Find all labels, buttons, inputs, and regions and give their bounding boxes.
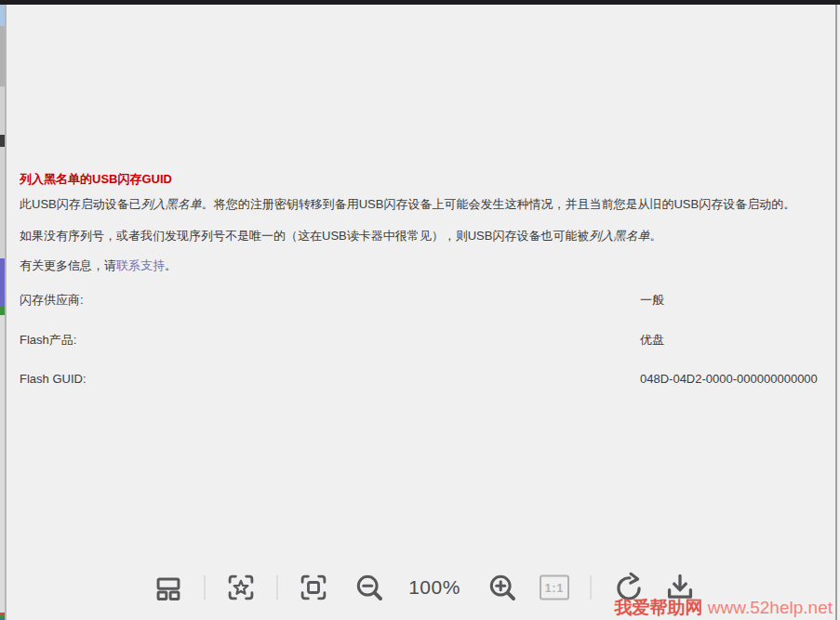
field-value-flash-product: 优盘 xyxy=(640,332,664,349)
watermark: 我爱帮助网 www.52help.net xyxy=(615,596,833,620)
top-window-edge xyxy=(0,0,840,5)
p2-pre: 如果没有序列号，或者我们发现序列号不是唯一的（这在USB读卡器中很常见），则US… xyxy=(20,229,589,243)
watermark-url: www.52help.net xyxy=(708,598,833,617)
p3-pre: 有关更多信息，请 xyxy=(20,258,116,272)
p1-post: 。将您的注册密钥转移到备用USB闪存设备上可能会发生这种情况，并且当前您是从旧的… xyxy=(202,197,795,211)
field-value-flash-vendor: 一般 xyxy=(640,292,664,309)
p1-blacklisted-em: 列入黑名单 xyxy=(141,197,202,211)
fit-screen-icon[interactable] xyxy=(298,572,329,603)
toolbar-divider xyxy=(277,575,278,600)
screen: 列入黑名单的USB闪存GUID 此USB闪存启动设备已列入黑名单。将您的注册密钥… xyxy=(0,0,840,620)
p2-post: 。 xyxy=(649,229,661,243)
watermark-url-text: www.52help.net xyxy=(708,598,833,617)
toolbar-divider xyxy=(205,575,206,600)
field-value-flash-guid: 048D-04D2-0000-000000000000 xyxy=(640,372,818,386)
zoom-level-indicator: 100% xyxy=(408,576,460,599)
page-title: 列入黑名单的USB闪存GUID xyxy=(20,171,172,188)
paragraph-serial-number: 如果没有序列号，或者我们发现序列号不是唯一的（这在USB读卡器中很常见），则US… xyxy=(20,228,661,244)
zoom-in-icon[interactable] xyxy=(486,571,519,604)
window-right-border xyxy=(835,5,837,620)
paragraph-more-info: 有关更多信息，请联系支持。 xyxy=(20,257,177,274)
window-left-border xyxy=(5,0,7,620)
toolbar-divider xyxy=(591,575,592,600)
one-to-one-icon[interactable]: 1:1 xyxy=(540,575,569,600)
contact-support-link[interactable]: 联系支持 xyxy=(116,258,165,272)
watermark-site-name: 我爱帮助网 xyxy=(615,598,703,617)
field-label-flash-guid: Flash GUID: xyxy=(20,372,87,386)
zoom-out-icon[interactable] xyxy=(353,571,386,604)
field-label-flash-product: Flash产品: xyxy=(20,332,76,349)
p1-pre: 此USB闪存启动设备已 xyxy=(20,197,141,211)
capture-star-icon[interactable] xyxy=(225,572,257,603)
p2-blacklisted-em: 列入黑名单 xyxy=(589,229,649,243)
paragraph-blacklist-explanation: 此USB闪存启动设备已列入黑名单。将您的注册密钥转移到备用USB闪存设备上可能会… xyxy=(20,196,795,213)
field-label-flash-vendor: 闪存供应商: xyxy=(20,292,84,309)
p3-post: 。 xyxy=(165,258,177,272)
layout-icon[interactable] xyxy=(153,573,183,602)
